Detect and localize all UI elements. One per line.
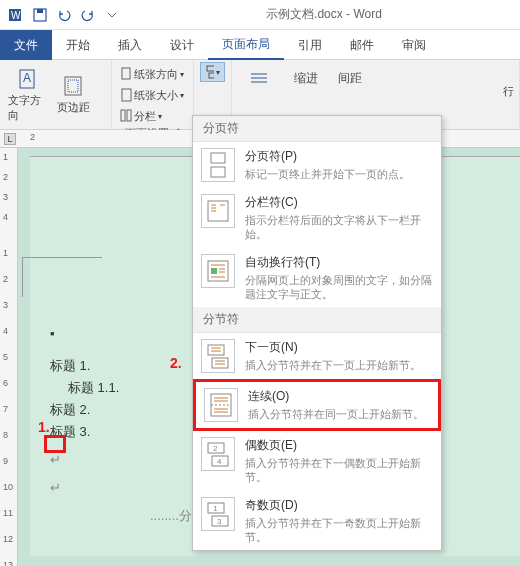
svg-rect-3	[37, 9, 43, 13]
text-wrap-item[interactable]: 自动换行符(T) 分隔网页上的对象周围的文字，如分隔题注文字与正文。	[193, 248, 441, 308]
ribbon: A 文字方向 页边距 纸张方向 ▾ 纸张大小 ▾	[0, 60, 520, 130]
tab-references[interactable]: 引用	[284, 30, 336, 60]
size-icon	[120, 88, 134, 102]
column-break-icon	[201, 194, 235, 228]
svg-text:1: 1	[213, 504, 218, 513]
text-direction-icon: A	[16, 67, 38, 91]
svg-rect-8	[122, 68, 130, 79]
vertical-ruler[interactable]: 1 2 3 4 1 2 3 4 5 6 7 8 9 10 11 12 13	[0, 148, 18, 566]
paragraph-icon	[249, 68, 269, 92]
svg-rect-33	[212, 358, 228, 368]
title-bar: W 示例文档.docx - Word	[0, 0, 520, 30]
svg-rect-9	[122, 89, 131, 101]
tab-review[interactable]: 审阅	[388, 30, 440, 60]
svg-rect-12	[207, 66, 214, 71]
save-icon[interactable]	[28, 3, 52, 27]
tab-design[interactable]: 设计	[156, 30, 208, 60]
svg-rect-10	[121, 110, 125, 121]
svg-rect-17	[211, 153, 225, 163]
section-breaks-header: 分节符	[193, 307, 441, 333]
text-wrap-icon	[201, 254, 235, 288]
even-page-icon: 24	[201, 437, 235, 471]
svg-rect-11	[127, 110, 131, 121]
continuous-icon	[204, 388, 238, 422]
annotation-2: 2.	[170, 355, 182, 371]
svg-text:A: A	[23, 71, 31, 85]
svg-text:3: 3	[217, 517, 222, 526]
tab-file[interactable]: 文件	[0, 30, 52, 60]
tab-layout[interactable]: 页面布局	[208, 30, 284, 60]
svg-rect-18	[211, 167, 225, 177]
ribbon-tabs: 文件 开始 插入 设计 页面布局 引用 邮件 审阅	[0, 30, 520, 60]
next-page-item[interactable]: 下一页(N) 插入分节符并在下一页上开始新节。	[193, 333, 441, 379]
breaks-dropdown: 分页符 分页符(P) 标记一页终止并开始下一页的点。 分栏符(C) 指示分栏符后…	[192, 115, 442, 551]
quick-access-toolbar: W	[0, 1, 128, 29]
svg-text:4: 4	[217, 457, 222, 466]
margins-icon	[62, 74, 84, 98]
svg-text:W: W	[11, 10, 21, 21]
odd-page-icon: 13	[201, 497, 235, 531]
text-direction-button[interactable]: A 文字方向	[6, 62, 48, 127]
svg-rect-26	[211, 268, 217, 274]
svg-rect-13	[209, 73, 214, 78]
columns-button[interactable]: 分栏 ▾	[118, 106, 187, 126]
svg-rect-7	[68, 80, 78, 92]
columns-icon	[120, 109, 134, 123]
orientation-icon	[120, 67, 134, 81]
word-icon[interactable]: W	[4, 3, 28, 27]
page-breaks-header: 分页符	[193, 116, 441, 142]
spacing-label: 间距	[338, 66, 362, 94]
svg-rect-30	[208, 345, 224, 355]
qat-customize-icon[interactable]	[100, 3, 124, 27]
margins-button[interactable]: 页边距	[52, 62, 94, 127]
page-break-item[interactable]: 分页符(P) 标记一页终止并开始下一页的点。	[193, 142, 441, 188]
odd-page-item[interactable]: 13 奇数页(D) 插入分节符并在下一奇数页上开始新节。	[193, 491, 441, 551]
svg-text:2: 2	[213, 444, 218, 453]
even-page-item[interactable]: 24 偶数页(E) 插入分节符并在下一偶数页上开始新节。	[193, 431, 441, 491]
orientation-button[interactable]: 纸张方向 ▾	[118, 64, 187, 84]
continuous-item[interactable]: 连续(O) 插入分节符并在同一页上开始新节。	[193, 379, 441, 431]
tab-mailings[interactable]: 邮件	[336, 30, 388, 60]
size-button[interactable]: 纸张大小 ▾	[118, 85, 187, 105]
undo-icon[interactable]	[52, 3, 76, 27]
window-title: 示例文档.docx - Word	[128, 6, 520, 23]
tab-selector[interactable]: L	[4, 133, 16, 145]
tab-insert[interactable]: 插入	[104, 30, 156, 60]
line-end-label: 行	[497, 82, 520, 101]
redo-icon[interactable]	[76, 3, 100, 27]
breaks-button[interactable]: ▾	[200, 62, 225, 82]
page-break-icon	[201, 148, 235, 182]
indent-label: 缩进	[294, 66, 318, 94]
tab-home[interactable]: 开始	[52, 30, 104, 60]
breaks-icon	[205, 65, 214, 79]
annotation-1: 1.	[38, 419, 50, 435]
column-break-item[interactable]: 分栏符(C) 指示分栏符后面的文字将从下一栏开始。	[193, 188, 441, 248]
paragraph-button[interactable]	[244, 66, 274, 94]
cursor-highlight	[44, 435, 66, 453]
next-page-icon	[201, 339, 235, 373]
